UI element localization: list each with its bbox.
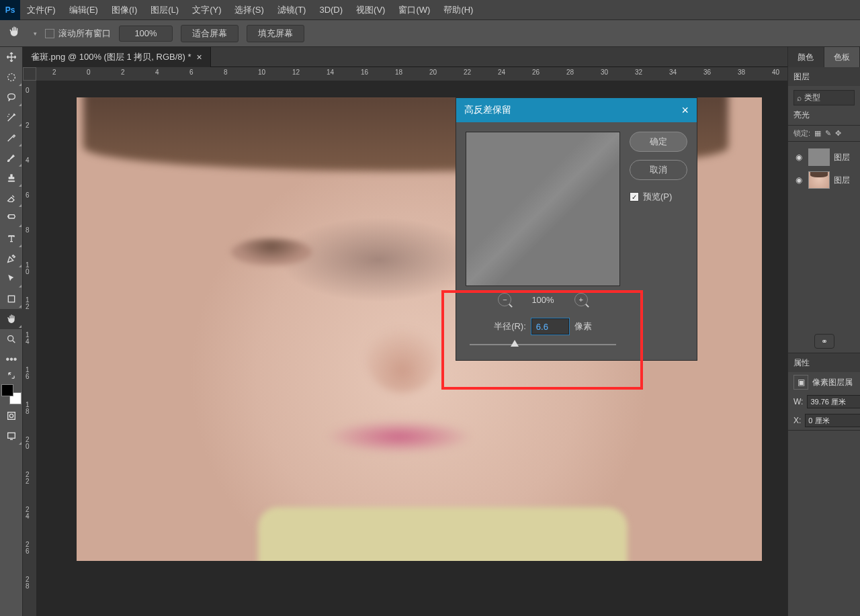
dialog-close-icon[interactable]: × [681,103,689,118]
hand-tool[interactable] [0,309,23,329]
eraser-tool[interactable] [0,188,23,208]
layer-filter-field[interactable]: ⌕ 类型 [793,90,855,105]
ruler-origin[interactable] [23,67,36,81]
width-field[interactable] [807,395,860,408]
lock-position-icon[interactable]: ✥ [835,129,841,138]
properties-panel-tab[interactable]: 属性 [788,353,860,372]
fill-screen-button[interactable]: 填充屏幕 [247,25,304,42]
dialog-title-bar[interactable]: 高反差保留 × [456,98,697,122]
app-logo: Ps [0,0,20,20]
layer-thumbnail[interactable] [808,171,830,189]
svg-point-0 [8,74,15,81]
cancel-button[interactable]: 取消 [630,160,687,180]
link-layers-icon[interactable]: ⚭ [814,334,834,349]
svg-rect-1 [8,296,14,302]
menu-filter[interactable]: 滤镜(T) [271,0,313,20]
right-panels: 颜色 色板 图层 ⌕ 类型 亮光 锁定: ▦ ✎ ✥ ◉ [787,47,860,616]
preview-checkbox[interactable]: ✓ 预览(P) [630,191,687,203]
menu-select[interactable]: 选择(S) [228,0,270,20]
layer-filter-placeholder: 类型 [804,92,820,103]
menu-edit[interactable]: 编辑(E) [62,0,105,20]
zoom-tool[interactable] [0,329,23,349]
color-panel-tab[interactable]: 颜色 [788,47,824,67]
annotation-highlight-box [441,290,643,390]
svg-point-4 [9,414,13,417]
layer-thumbnail[interactable] [808,148,830,166]
menu-image[interactable]: 图像(I) [105,0,144,20]
menu-window[interactable]: 窗口(W) [392,0,437,20]
brush-tool[interactable] [0,148,23,168]
close-tab-icon[interactable]: × [197,52,202,62]
menu-layer[interactable]: 图层(L) [144,0,185,20]
x-position-label: X: [793,416,801,425]
scroll-all-windows-label: 滚动所有窗口 [58,28,111,40]
options-bar: ▾ 滚动所有窗口 100% 适合屏幕 填充屏幕 [0,20,860,47]
lock-label: 锁定: [793,128,810,138]
fit-screen-button[interactable]: 适合屏幕 [181,25,239,42]
menu-file[interactable]: 文件(F) [20,0,62,20]
ok-button[interactable]: 确定 [630,132,687,152]
menu-help[interactable]: 帮助(H) [437,0,480,20]
layer-visibility-icon[interactable]: ◉ [793,175,804,185]
lock-pixels-icon[interactable]: ▦ [814,129,821,138]
svg-point-2 [8,336,13,341]
quick-mask-tool[interactable] [0,406,23,426]
image-content [231,238,312,265]
move-tool[interactable] [0,47,23,67]
swap-colors-icon[interactable] [0,369,23,382]
checkbox-checked-icon[interactable]: ✓ [630,192,639,202]
menu-view[interactable]: 视图(V) [349,0,392,20]
image-content [258,507,628,561]
filter-preview[interactable] [466,132,620,286]
gradient-tool[interactable] [0,208,23,228]
document-tab-title: 雀斑.png @ 100% (图层 1 拷贝, RGB/8) * [31,51,191,63]
width-label: W: [793,397,803,406]
lasso-tool[interactable] [0,87,23,107]
hand-tool-icon[interactable] [5,26,23,41]
path-selection-tool[interactable] [0,269,23,289]
menu-bar: Ps 文件(F) 编辑(E) 图像(I) 图层(L) 文字(Y) 选择(S) 滤… [0,0,860,20]
tool-preset-dropdown-icon[interactable]: ▾ [34,30,37,37]
search-icon: ⌕ [797,93,802,103]
menu-3d[interactable]: 3D(D) [312,0,349,20]
stamp-tool[interactable] [0,168,23,188]
x-position-field[interactable] [805,414,860,427]
layer-visibility-icon[interactable]: ◉ [793,152,804,162]
scroll-all-windows-checkbox[interactable]: 滚动所有窗口 [45,28,111,40]
layer-row-2[interactable]: ◉ 图层 [793,169,855,191]
edit-toolbar[interactable]: ••• [0,349,23,369]
magic-wand-tool[interactable] [0,107,23,128]
vertical-ruler[interactable]: 024681 01 21 41 61 82 02 22 42 62 8 [23,81,36,616]
checkbox-icon[interactable] [45,29,54,38]
horizontal-ruler[interactable]: 20246810121416182022242628303234363840 [36,67,787,81]
document-tab[interactable]: 雀斑.png @ 100% (图层 1 拷贝, RGB/8) * × [23,47,211,67]
properties-type-label: 像素图层属 [812,377,853,388]
dialog-title: 高反差保留 [464,104,511,116]
lock-brush-icon[interactable]: ✎ [825,129,831,138]
color-swatches[interactable] [0,383,23,406]
blend-mode-dropdown[interactable]: 亮光 [793,110,810,120]
pixel-layer-icon: ▣ [793,375,808,390]
shape-tool[interactable] [0,289,23,309]
pen-tool[interactable] [0,249,23,269]
document-tab-bar: 雀斑.png @ 100% (图层 1 拷贝, RGB/8) * × [23,47,787,67]
tools-panel: ••• [0,47,23,616]
foreground-color-swatch[interactable] [1,384,13,396]
svg-rect-3 [8,412,15,420]
layer-name[interactable]: 图层 [834,152,850,163]
preview-checkbox-label: 预览(P) [643,191,672,203]
image-content [366,319,439,393]
marquee-tool[interactable] [0,67,23,87]
svg-rect-5 [8,433,15,438]
type-tool[interactable] [0,228,23,249]
menu-type[interactable]: 文字(Y) [185,0,228,20]
zoom-level-field[interactable]: 100% [119,26,173,42]
image-content [325,420,473,453]
layers-panel-tab[interactable]: 图层 [788,67,860,86]
screen-mode-tool[interactable] [0,426,23,446]
eyedropper-tool[interactable] [0,128,23,148]
layer-row-1[interactable]: ◉ 图层 [793,146,855,169]
swatches-panel-tab[interactable]: 色板 [824,47,861,67]
layer-name[interactable]: 图层 [834,175,850,186]
